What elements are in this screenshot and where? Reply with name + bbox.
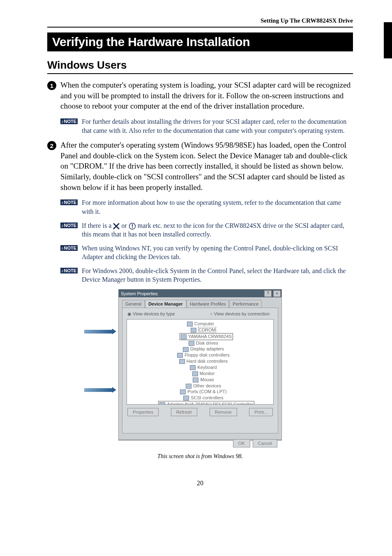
tree-scsi-group: SCSI controllers bbox=[191, 395, 223, 400]
radio-row: View devices by type View devices by con… bbox=[127, 311, 274, 319]
running-head: Setting Up The CRW8824SX Drive bbox=[47, 17, 353, 24]
page-number: 20 bbox=[47, 480, 353, 487]
device-tree[interactable]: Computer CDROM YAMAHA CRW8824S Disk driv… bbox=[127, 319, 274, 405]
note-3-text: If there is a or mark etc. next to the i… bbox=[82, 221, 353, 239]
section-title: Windows Users bbox=[47, 59, 353, 72]
header-rule bbox=[47, 27, 353, 28]
step-1-badge: 1 bbox=[47, 81, 56, 90]
screenshot-system-properties: System Properties ? × General Device Man… bbox=[118, 289, 282, 440]
note-1: ♪NOTE For further details about installi… bbox=[60, 117, 353, 135]
step-2-text: After the computer's operating system (W… bbox=[60, 140, 353, 192]
tab-general[interactable]: General bbox=[122, 300, 145, 308]
refresh-button[interactable]: Refresh bbox=[171, 408, 198, 416]
step-2: 2 After the computer's operating system … bbox=[47, 140, 353, 192]
properties-button[interactable]: Properties bbox=[127, 408, 159, 416]
note-2-text: For more information about how to use th… bbox=[82, 198, 353, 216]
tab-performance[interactable]: Performance bbox=[229, 300, 262, 308]
tree-scsi-item: Adaptec AHA-2940AU PCI SCSI Controller bbox=[167, 402, 253, 405]
window-help-icon[interactable]: ? bbox=[264, 290, 272, 297]
step-2-badge: 2 bbox=[47, 141, 56, 150]
note-badge-icon: ♪NOTE bbox=[60, 118, 78, 124]
note-badge-icon: ♪NOTE bbox=[60, 222, 78, 228]
note-2: ♪NOTE For more information about how to … bbox=[60, 198, 353, 216]
window-title: System Properties bbox=[121, 291, 158, 296]
note-4-text: When using Windows NT, you can verify by… bbox=[82, 244, 353, 262]
print-button[interactable]: Print... bbox=[249, 408, 273, 416]
cancel-button[interactable]: Cancel bbox=[253, 439, 277, 447]
note-badge-icon: ♪NOTE bbox=[60, 268, 78, 273]
arrow-cdrom bbox=[84, 329, 116, 334]
radio-view-by-connection[interactable]: View devices by connection bbox=[210, 311, 270, 317]
ok-button[interactable]: OK bbox=[233, 439, 250, 447]
svg-rect-1 bbox=[132, 224, 133, 227]
tree-cdrom-item: YAMAHA CRW8824S bbox=[188, 334, 232, 339]
x-mark-icon bbox=[113, 223, 120, 229]
step-1: 1 When the computer's operating system i… bbox=[47, 80, 353, 111]
tab-hardware-profiles[interactable]: Hardware Profiles bbox=[187, 300, 229, 308]
exclamation-circle-icon bbox=[129, 222, 136, 230]
step-1-text: When the computer's operating system is … bbox=[60, 80, 353, 111]
tabs-row: General Device Manager Hardware Profiles… bbox=[119, 297, 281, 308]
window-titlebar: System Properties ? × bbox=[119, 290, 281, 297]
svg-rect-2 bbox=[132, 227, 133, 228]
figure-caption: This screen shot is from Windows 98. bbox=[47, 453, 353, 460]
note-4: ♪NOTE When using Windows NT, you can ver… bbox=[60, 244, 353, 262]
remove-button[interactable]: Remove bbox=[210, 408, 237, 416]
arrow-scsi bbox=[84, 387, 116, 393]
window-close-icon[interactable]: × bbox=[273, 290, 281, 297]
note-1-text: For further details about installing the… bbox=[82, 117, 353, 135]
side-tab bbox=[384, 22, 392, 58]
section-underline bbox=[47, 73, 353, 74]
note-5-text: For Windows 2000, double-click System in… bbox=[82, 266, 353, 284]
tree-cdrom-group: CDROM bbox=[198, 327, 216, 333]
tab-device-manager[interactable]: Device Manager bbox=[145, 300, 186, 308]
note-5: ♪NOTE For Windows 2000, double-click Sys… bbox=[60, 266, 353, 284]
radio-view-by-type[interactable]: View devices by type bbox=[127, 311, 175, 317]
note-badge-icon: ♪NOTE bbox=[60, 199, 78, 205]
note-badge-icon: ♪NOTE bbox=[60, 245, 78, 251]
note-3: ♪NOTE If there is a or mark etc. next to… bbox=[60, 221, 353, 239]
page-title: Verifying the Hardware Installation bbox=[47, 32, 353, 51]
